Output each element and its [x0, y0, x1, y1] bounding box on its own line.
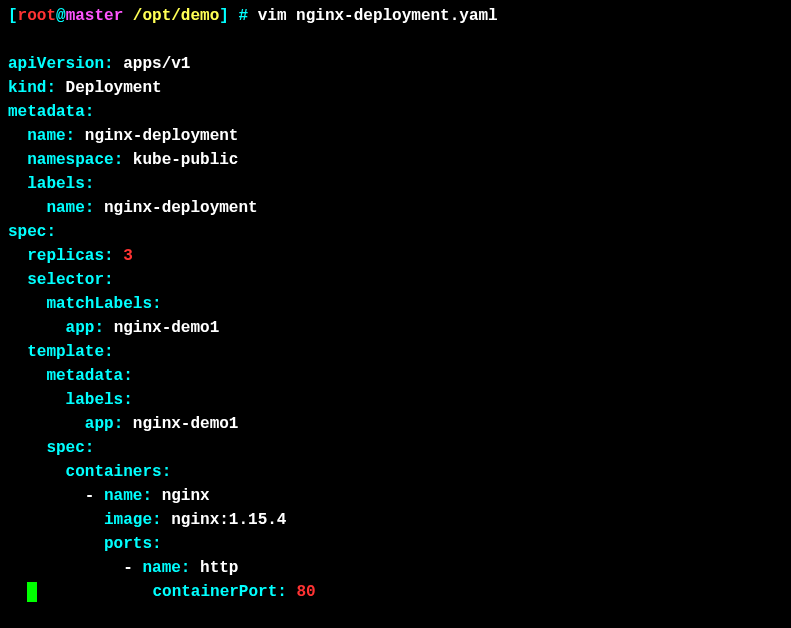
yaml-line: name: nginx-deployment [8, 124, 783, 148]
yaml-line: selector: [8, 268, 783, 292]
yaml-line: image: nginx:1.15.4 [8, 508, 783, 532]
yaml-line: labels: [8, 388, 783, 412]
vim-editor[interactable]: apiVersion: apps/v1 kind: Deployment met… [8, 52, 783, 604]
shell-prompt: [root@master /opt/demo] # vim nginx-depl… [8, 4, 783, 28]
yaml-line: ports: [8, 532, 783, 556]
yaml-line-cursor: containerPort: 80 [8, 580, 783, 604]
yaml-line: spec: [8, 220, 783, 244]
yaml-line: - name: http [8, 556, 783, 580]
yaml-line: name: nginx-deployment [8, 196, 783, 220]
yaml-line: namespace: kube-public [8, 148, 783, 172]
prompt-path: /opt/demo [123, 7, 219, 25]
yaml-line: template: [8, 340, 783, 364]
prompt-command: vim nginx-deployment.yaml [258, 7, 498, 25]
yaml-line: apiVersion: apps/v1 [8, 52, 783, 76]
yaml-line: labels: [8, 172, 783, 196]
yaml-line: - name: nginx [8, 484, 783, 508]
yaml-line: app: nginx-demo1 [8, 316, 783, 340]
yaml-line: app: nginx-demo1 [8, 412, 783, 436]
bracket-close: ] [219, 7, 229, 25]
yaml-line: metadata: [8, 100, 783, 124]
prompt-at: @ [56, 7, 66, 25]
prompt-hash: # [229, 7, 258, 25]
cursor-icon [27, 582, 37, 602]
yaml-line: metadata: [8, 364, 783, 388]
prompt-user: root [18, 7, 56, 25]
prompt-host: master [66, 7, 124, 25]
yaml-line: replicas: 3 [8, 244, 783, 268]
yaml-line: kind: Deployment [8, 76, 783, 100]
yaml-line: spec: [8, 436, 783, 460]
yaml-line: matchLabels: [8, 292, 783, 316]
bracket-open: [ [8, 7, 18, 25]
yaml-line: containers: [8, 460, 783, 484]
